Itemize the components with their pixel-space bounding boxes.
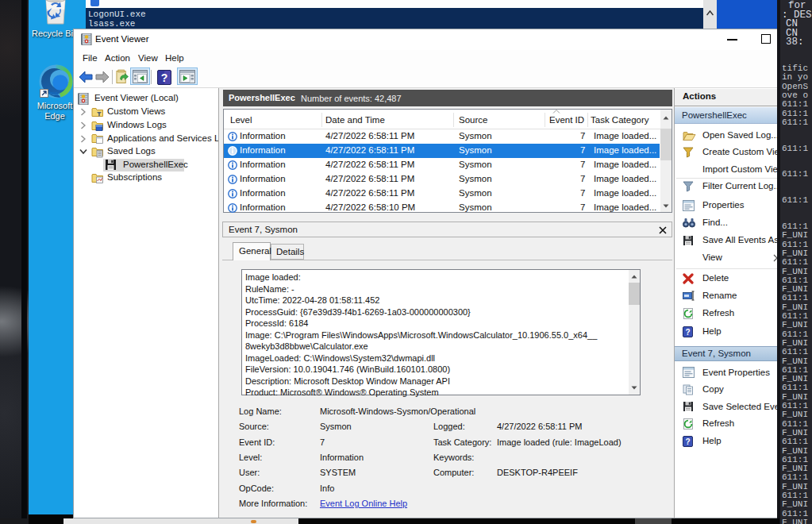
svg-text:?: ?: [161, 71, 168, 84]
svg-text:?: ?: [685, 437, 690, 445]
svg-text:?: ?: [685, 327, 690, 336]
